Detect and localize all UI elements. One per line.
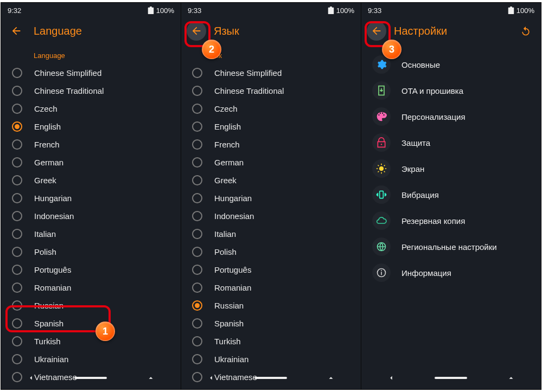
language-option[interactable]: English xyxy=(181,118,361,136)
svg-point-0 xyxy=(381,144,382,145)
language-option[interactable]: Português xyxy=(181,261,361,279)
radio-icon xyxy=(192,282,202,293)
radio-icon xyxy=(192,336,202,346)
settings-item[interactable]: Экран xyxy=(361,156,541,182)
radio-icon xyxy=(192,229,202,239)
language-option[interactable]: French xyxy=(181,136,361,153)
radio-icon xyxy=(12,229,22,239)
settings-item[interactable]: Защита xyxy=(361,130,541,156)
language-option[interactable]: Romanian xyxy=(1,279,181,297)
language-option[interactable]: Russian xyxy=(1,297,181,314)
status-time: 9:33 xyxy=(368,7,381,15)
radio-icon xyxy=(12,300,22,311)
language-option[interactable]: Chinese Simplified xyxy=(1,64,181,82)
language-option[interactable]: Romanian xyxy=(181,279,361,297)
language-option[interactable]: Italian xyxy=(1,225,181,243)
language-option[interactable]: Spanish xyxy=(1,314,181,332)
language-option[interactable]: Polish xyxy=(1,243,181,261)
language-option[interactable]: Turkish xyxy=(181,332,361,350)
back-button[interactable] xyxy=(187,21,206,41)
language-option[interactable]: Chinese Traditional xyxy=(1,82,181,100)
language-list: Chinese SimplifiedChinese TraditionalCze… xyxy=(1,64,181,386)
radio-icon xyxy=(12,139,22,150)
nav-recent[interactable] xyxy=(495,374,527,382)
language-option[interactable]: Greek xyxy=(181,171,361,189)
back-button[interactable] xyxy=(7,21,26,41)
language-label: German xyxy=(214,158,244,167)
language-option[interactable]: Greek xyxy=(1,171,181,189)
settings-item[interactable]: OTA и прошивка xyxy=(361,78,541,104)
language-label: Russian xyxy=(214,301,244,310)
language-label: French xyxy=(214,140,240,149)
language-option[interactable]: French xyxy=(1,136,181,153)
language-label: Chinese Traditional xyxy=(214,86,284,95)
lock-icon xyxy=(372,133,391,152)
language-label: Ukrainian xyxy=(34,355,68,364)
language-label: Português xyxy=(214,265,251,274)
status-battery: 100% xyxy=(508,7,534,15)
cloud-icon xyxy=(372,211,391,230)
radio-icon xyxy=(192,318,202,329)
language-label: Romanian xyxy=(214,283,251,292)
settings-item[interactable]: Основные xyxy=(361,52,541,78)
language-option[interactable]: Italian xyxy=(181,225,361,243)
radio-icon xyxy=(192,175,202,185)
language-option[interactable]: Hungarian xyxy=(181,189,361,207)
language-option[interactable]: Indonesian xyxy=(181,207,361,225)
language-option[interactable]: Polish xyxy=(181,243,361,261)
language-option[interactable]: Czech xyxy=(181,100,361,118)
svg-point-1 xyxy=(379,166,384,171)
radio-icon xyxy=(12,211,22,221)
nav-back[interactable] xyxy=(375,374,407,382)
radio-icon xyxy=(192,211,202,221)
nav-bar xyxy=(181,367,361,389)
settings-item[interactable]: Персонализация xyxy=(361,104,541,130)
language-option[interactable]: Chinese Traditional xyxy=(181,82,361,100)
vibration-icon xyxy=(372,185,391,204)
status-time: 9:33 xyxy=(188,7,201,15)
settings-label: Экран xyxy=(401,164,424,173)
nav-home[interactable] xyxy=(254,377,287,379)
language-option[interactable]: Ukrainian xyxy=(181,350,361,368)
settings-item[interactable]: Резервная копия xyxy=(361,208,541,234)
radio-icon xyxy=(192,157,202,168)
language-option[interactable]: Ukrainian xyxy=(1,350,181,368)
nav-home[interactable] xyxy=(74,377,107,379)
reset-icon xyxy=(520,25,531,36)
nav-back[interactable] xyxy=(195,374,227,382)
section-label: ык xyxy=(181,44,361,64)
language-option[interactable]: German xyxy=(181,153,361,171)
language-option[interactable]: Hungarian xyxy=(1,189,181,207)
language-label: English xyxy=(214,122,241,131)
language-option[interactable]: German xyxy=(1,153,181,171)
language-option[interactable]: Spanish xyxy=(181,314,361,332)
language-label: Chinese Simplified xyxy=(214,68,282,78)
settings-item[interactable]: Региональные настройки xyxy=(361,234,541,260)
language-option[interactable]: Chinese Simplified xyxy=(181,64,361,82)
reset-button[interactable] xyxy=(516,21,535,41)
nav-back[interactable] xyxy=(15,374,47,382)
status-bar: 9:33 100% xyxy=(361,3,541,18)
language-label: German xyxy=(34,158,63,167)
language-option[interactable]: Indonesian xyxy=(1,207,181,225)
radio-icon xyxy=(192,121,202,132)
radio-icon xyxy=(12,247,22,257)
settings-item[interactable]: Информация xyxy=(361,260,541,286)
language-option[interactable]: Czech xyxy=(1,100,181,118)
nav-recent[interactable] xyxy=(135,374,167,382)
nav-recent[interactable] xyxy=(315,374,347,382)
back-button[interactable] xyxy=(367,21,386,41)
language-option[interactable]: Português xyxy=(1,261,181,279)
settings-label: Вибрация xyxy=(401,190,439,200)
language-option[interactable]: English xyxy=(1,118,181,136)
screen-language-en: 9:32 100% Language Language Chinese Simp… xyxy=(1,3,181,389)
settings-item[interactable]: Вибрация xyxy=(361,182,541,208)
language-list: Chinese SimplifiedChinese TraditionalCze… xyxy=(181,64,361,386)
radio-icon xyxy=(12,175,22,185)
language-option[interactable]: Russian xyxy=(181,297,361,314)
language-option[interactable]: Turkish xyxy=(1,332,181,350)
language-label: Indonesian xyxy=(214,211,254,221)
nav-home[interactable] xyxy=(435,377,467,379)
palette-icon xyxy=(372,107,391,126)
section-label: Language xyxy=(1,44,181,64)
